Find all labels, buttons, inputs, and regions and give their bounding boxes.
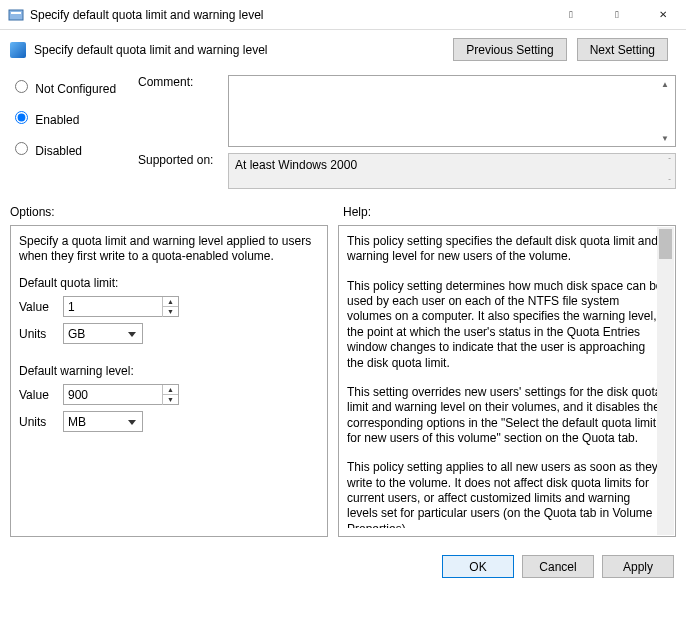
maximize-button[interactable]:  (594, 0, 640, 30)
supported-on-box: At least Windows 2000 ˆ ˇ (228, 153, 676, 189)
footer-buttons: OK Cancel Apply (0, 543, 686, 590)
comment-scroll-down-icon[interactable]: ▼ (659, 134, 671, 146)
ok-button[interactable]: OK (442, 555, 514, 578)
header-row: Specify default quota limit and warning … (0, 30, 686, 75)
radio-not-configured-label: Not Configured (35, 82, 116, 96)
quota-group-label: Default quota limit: (19, 276, 319, 290)
help-p3: This setting overrides new users' settin… (347, 385, 663, 446)
help-scrollbar-thumb[interactable] (659, 229, 672, 259)
svg-rect-1 (11, 12, 21, 14)
supported-scroll-up-icon: ˆ (668, 156, 671, 165)
help-text-area[interactable]: This policy setting specifies the defaul… (347, 234, 667, 528)
radio-enabled-input[interactable] (15, 111, 28, 124)
warning-units-label: Units (19, 415, 63, 429)
warning-value-input[interactable]: 900 ▲▼ (63, 384, 179, 405)
warning-value-label: Value (19, 388, 63, 402)
comment-label: Comment: (138, 75, 228, 147)
help-section-label: Help: (343, 205, 676, 219)
supported-on-value: At least Windows 2000 (235, 158, 357, 172)
quota-units-select[interactable]: GB (63, 323, 143, 344)
comment-scroll-up-icon[interactable]: ▲ (659, 80, 671, 92)
quota-value-text[interactable]: 1 (64, 300, 162, 314)
previous-setting-button[interactable]: Previous Setting (453, 38, 566, 61)
quota-value-input[interactable]: 1 ▲▼ (63, 296, 179, 317)
app-icon (8, 7, 24, 23)
warning-units-value: MB (68, 415, 86, 429)
next-setting-button[interactable]: Next Setting (577, 38, 668, 61)
warning-value-up-icon[interactable]: ▲ (163, 385, 178, 395)
quota-value-down-icon[interactable]: ▼ (163, 307, 178, 317)
state-radio-group: Not Configured Enabled Disabled (10, 75, 126, 195)
radio-enabled[interactable]: Enabled (10, 108, 126, 127)
quota-units-value: GB (68, 327, 85, 341)
radio-enabled-label: Enabled (35, 113, 79, 127)
minimize-button[interactable]:  (548, 0, 594, 30)
help-scrollbar[interactable] (657, 227, 674, 535)
radio-disabled-input[interactable] (15, 142, 28, 155)
radio-disabled-label: Disabled (35, 144, 82, 158)
policy-icon (10, 42, 26, 58)
quota-value-up-icon[interactable]: ▲ (163, 297, 178, 307)
titlebar: Specify default quota limit and warning … (0, 0, 686, 30)
close-button[interactable]: ✕ (640, 0, 686, 30)
options-description: Specify a quota limit and warning level … (19, 234, 319, 264)
supported-label: Supported on: (138, 153, 228, 189)
cancel-button[interactable]: Cancel (522, 555, 594, 578)
options-section-label: Options: (10, 205, 343, 219)
quota-value-label: Value (19, 300, 63, 314)
help-p1: This policy setting specifies the defaul… (347, 234, 663, 265)
warning-units-select[interactable]: MB (63, 411, 143, 432)
comment-textarea[interactable]: ▲ ▼ (228, 75, 676, 147)
radio-not-configured-input[interactable] (15, 80, 28, 93)
warning-value-down-icon[interactable]: ▼ (163, 395, 178, 405)
options-pane: Specify a quota limit and warning level … (10, 225, 328, 537)
subtitle: Specify default quota limit and warning … (34, 43, 453, 57)
radio-disabled[interactable]: Disabled (10, 139, 126, 158)
apply-button[interactable]: Apply (602, 555, 674, 578)
help-p4: This policy setting applies to all new u… (347, 460, 663, 528)
help-pane: This policy setting specifies the defaul… (338, 225, 676, 537)
supported-scroll-down-icon: ˇ (668, 177, 671, 186)
svg-rect-0 (9, 10, 23, 20)
quota-units-label: Units (19, 327, 63, 341)
warning-group-label: Default warning level: (19, 364, 319, 378)
radio-not-configured[interactable]: Not Configured (10, 77, 126, 96)
warning-value-text[interactable]: 900 (64, 388, 162, 402)
window-title: Specify default quota limit and warning … (30, 8, 548, 22)
help-p2: This policy setting determines how much … (347, 279, 663, 371)
